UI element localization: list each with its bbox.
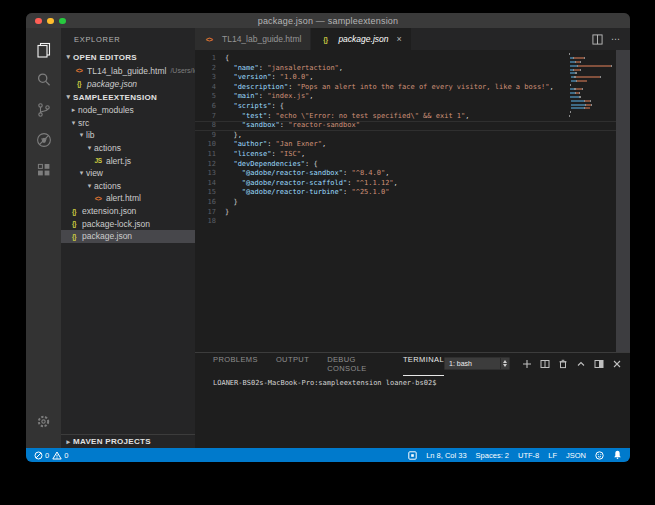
code-line[interactable]: 2 "name": "jansalertaction", <box>195 64 630 74</box>
code-line[interactable]: 10 "author": "Jan Exner", <box>195 140 630 150</box>
tree-item[interactable]: ▾lib <box>61 129 195 142</box>
code-line[interactable]: 4 "description": "Pops an alert into the… <box>195 83 630 93</box>
minimap-line <box>569 107 616 109</box>
code-line[interactable]: 18 <box>195 217 630 227</box>
split-editor-icon[interactable] <box>592 34 603 45</box>
code-text: "description": "Pops an alert into the f… <box>225 83 554 93</box>
toggle-panel-icon[interactable] <box>594 359 604 369</box>
new-terminal-icon[interactable] <box>522 359 532 369</box>
terminal-shell-select[interactable]: 1: bash <box>444 357 510 370</box>
tab-TL14_lab_guide.html[interactable]: <>TL14_lab_guide.html <box>195 28 311 50</box>
open-editors-list: <>TL14_lab_guide.html/Users/loa...{}pack… <box>61 64 195 90</box>
code-line[interactable]: 11 "license": "ISC", <box>195 150 630 160</box>
open-editor-item[interactable]: <>TL14_lab_guide.html/Users/loa... <box>61 64 195 77</box>
kill-terminal-icon[interactable] <box>558 359 568 369</box>
maven-projects-header[interactable]: ▸ MAVEN PROJECTS <box>61 434 195 448</box>
open-editors-header[interactable]: ▾ OPEN EDITORS <box>61 50 195 64</box>
search-icon[interactable] <box>31 67 57 93</box>
code-line[interactable]: 9 }, <box>195 131 630 141</box>
status-encoding[interactable]: UTF-8 <box>518 451 539 460</box>
twistie-icon: ▾ <box>69 119 78 127</box>
tree-item[interactable]: ▾actions <box>61 180 195 193</box>
html-file-icon: <> <box>74 67 84 74</box>
status-square-icon[interactable] <box>408 451 417 460</box>
tree-item[interactable]: ▾src <box>61 117 195 130</box>
code-text: "devDependencies": { <box>225 160 318 170</box>
explorer-icon[interactable] <box>31 37 57 63</box>
close-panel-icon[interactable] <box>612 359 622 369</box>
open-editor-item[interactable]: {}package.json <box>61 77 195 90</box>
code-line[interactable]: 5 "main": "index.js", <box>195 92 630 102</box>
status-warnings[interactable]: 0 <box>52 451 68 460</box>
code-line[interactable]: 7 "test": "echo \"Error: no test specifi… <box>195 112 630 122</box>
status-cursor-position[interactable]: Ln 8, Col 33 <box>426 451 466 460</box>
code-line[interactable]: 14 "@adobe/reactor-scaffold": "^1.1.12", <box>195 179 630 189</box>
minimap-line <box>569 104 616 106</box>
zoom-window-button[interactable] <box>59 18 66 25</box>
tab-package.json[interactable]: {}package.json× <box>311 28 411 50</box>
tree-item-label: package.json <box>82 231 132 241</box>
tree-item[interactable]: <>alert.html <box>61 192 195 205</box>
code-line[interactable]: 6 "scripts": { <box>195 102 630 112</box>
explorer-title: EXPLORER <box>61 28 195 50</box>
line-number: 1 <box>195 54 225 64</box>
notifications-bell-icon[interactable] <box>613 450 622 460</box>
tree-item-label: alert.js <box>106 156 131 166</box>
tree-item[interactable]: {}package.json <box>61 230 195 243</box>
tree-item-label: src <box>78 118 89 128</box>
debug-icon[interactable] <box>31 127 57 153</box>
editor-scrollbar[interactable] <box>616 50 630 352</box>
code-line[interactable]: 8 "sandbox": "reactor-sandbox" <box>195 121 630 131</box>
minimize-window-button[interactable] <box>47 18 54 25</box>
status-errors[interactable]: 0 <box>34 451 49 460</box>
panel-tab-debug-console[interactable]: DEBUG CONSOLE <box>327 351 385 376</box>
status-bar: 0 0 Ln 8, Col <box>26 448 630 462</box>
minimap-line <box>569 115 616 117</box>
minimap-line <box>569 111 616 113</box>
tree-item[interactable]: ▾actions <box>61 142 195 155</box>
editor[interactable]: 1{2 "name": "jansalertaction",3 "version… <box>195 50 630 352</box>
maximize-panel-icon[interactable] <box>576 359 586 369</box>
code-text: "license": "ISC", <box>225 150 305 160</box>
more-actions-icon[interactable]: ⋯ <box>611 34 621 44</box>
code-line[interactable]: 12 "devDependencies": { <box>195 160 630 170</box>
status-indentation[interactable]: Spaces: 2 <box>476 451 509 460</box>
window-title: package.json — sampleextension <box>258 16 399 26</box>
minimap-line <box>569 84 616 86</box>
settings-gear-icon[interactable] <box>31 408 57 434</box>
line-number: 17 <box>195 208 225 218</box>
json-file-icon: {} <box>69 220 79 227</box>
tree-item[interactable]: {}extension.json <box>61 205 195 218</box>
select-stepper-icon[interactable] <box>500 358 509 369</box>
line-number: 7 <box>195 112 225 122</box>
project-header[interactable]: ▾ SAMPLEEXTENSION <box>61 90 195 104</box>
feedback-smiley-icon[interactable] <box>595 451 604 460</box>
panel-tab-problems[interactable]: PROBLEMS <box>213 351 258 376</box>
code-line[interactable]: 16 } <box>195 198 630 208</box>
panel-tab-terminal[interactable]: TERMINAL <box>403 351 444 376</box>
status-language[interactable]: JSON <box>566 451 586 460</box>
tree-item-label: alert.html <box>106 193 141 203</box>
code-line[interactable]: 13 "@adobe/reactor-sandbox": "^8.4.0", <box>195 169 630 179</box>
minimap-line <box>569 72 616 74</box>
source-control-icon[interactable] <box>31 97 57 123</box>
code-line[interactable]: 1{ <box>195 54 630 64</box>
tree-item[interactable]: ▾view <box>61 167 195 180</box>
status-eol[interactable]: LF <box>548 451 557 460</box>
split-terminal-icon[interactable] <box>540 359 550 369</box>
minimap[interactable] <box>569 53 616 123</box>
file-tree: ▸node_modules▾src▾lib▾actionsJSalert.js▾… <box>61 104 195 243</box>
tree-item[interactable]: {}package-lock.json <box>61 217 195 230</box>
code-line[interactable]: 3 "version": "1.0.0", <box>195 73 630 83</box>
code-text: "@adobe/reactor-turbine": "^25.1.0" <box>225 188 389 198</box>
extensions-icon[interactable] <box>31 157 57 183</box>
tree-item[interactable]: JSalert.js <box>61 154 195 167</box>
minimap-line <box>569 92 616 94</box>
terminal[interactable]: LOANER-BS02s-MacBook-Pro:sampleextension… <box>195 374 630 387</box>
tab-close-icon[interactable]: × <box>396 34 401 44</box>
close-window-button[interactable] <box>35 18 42 25</box>
panel-tab-output[interactable]: OUTPUT <box>276 351 309 376</box>
code-line[interactable]: 15 "@adobe/reactor-turbine": "^25.1.0" <box>195 188 630 198</box>
tree-item[interactable]: ▸node_modules <box>61 104 195 117</box>
code-line[interactable]: 17} <box>195 208 630 218</box>
